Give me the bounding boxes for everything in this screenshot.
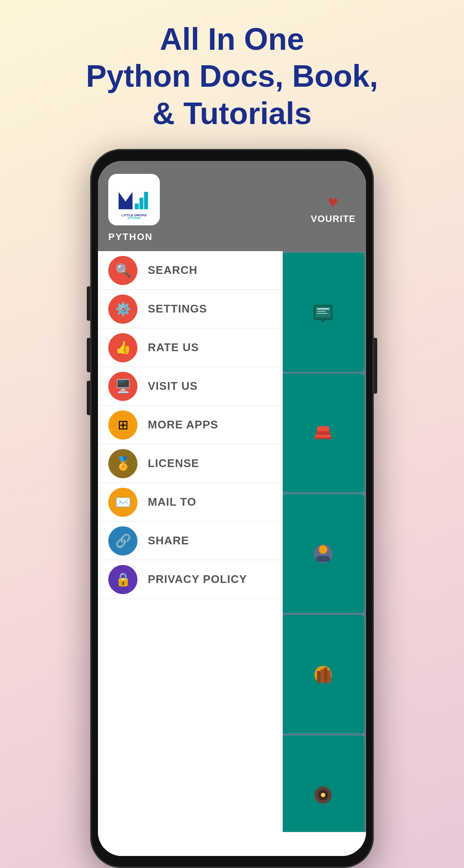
menu-item-mail[interactable]: ✉️MAIL TO <box>98 483 283 522</box>
rate-icon: 👍 <box>108 333 137 362</box>
svg-rect-4 <box>144 192 148 209</box>
menu-item-license[interactable]: 🏅LICENSE <box>98 444 283 483</box>
page-header: All In One Python Docs, Book, & Tutorial… <box>0 0 464 145</box>
share-icon: 🔗 <box>108 526 137 555</box>
content-card-3 <box>282 494 364 613</box>
svg-rect-3 <box>140 198 143 209</box>
content-card-1 <box>282 253 364 372</box>
app-logo: LITTLE DROPS PYTHON <box>108 174 160 225</box>
menu-item-visit[interactable]: 🖥️VISIT US <box>98 367 283 406</box>
menu-item-rate[interactable]: 👍RATE US <box>98 328 283 367</box>
right-content <box>280 251 366 856</box>
content-card-2 <box>282 373 364 492</box>
menu-item-more[interactable]: ⊞MORE APPS <box>98 406 283 444</box>
svg-rect-10 <box>317 311 326 312</box>
svg-rect-15 <box>317 426 329 431</box>
settings-icon: ⚙️ <box>108 294 137 324</box>
svg-rect-9 <box>317 308 329 310</box>
phone-mockup: LITTLE DROPS PYTHON PYTHON ♥ VOURITE <box>90 149 374 868</box>
svg-rect-22 <box>324 668 327 683</box>
share-label: SHARE <box>148 534 189 547</box>
phone-screen: LITTLE DROPS PYTHON PYTHON ♥ VOURITE <box>98 161 366 856</box>
license-icon: 🏅 <box>108 449 137 478</box>
search-icon: 🔍 <box>108 256 137 285</box>
more-label: MORE APPS <box>148 418 218 431</box>
favourite-area: ♥ VOURITE <box>311 192 356 225</box>
menu-item-search[interactable]: 🔍SEARCH <box>98 251 283 290</box>
app-background: LITTLE DROPS PYTHON PYTHON ♥ VOURITE <box>98 161 366 856</box>
mail-label: MAIL TO <box>148 495 196 509</box>
drawer-menu: 🔍SEARCH⚙️SETTINGS👍RATE US🖥️VISIT US⊞MORE… <box>98 251 283 856</box>
app-header: LITTLE DROPS PYTHON PYTHON ♥ VOURITE <box>98 161 366 251</box>
svg-rect-11 <box>317 313 327 314</box>
page-title: All In One Python Docs, Book, & Tutorial… <box>26 21 438 132</box>
svg-text:PYTHON: PYTHON <box>128 216 140 219</box>
menu-item-settings[interactable]: ⚙️SETTINGS <box>98 290 283 328</box>
svg-rect-20 <box>317 671 321 683</box>
privacy-label: PRIVACY POLICY <box>148 573 247 586</box>
license-label: LICENSE <box>148 457 199 470</box>
phone-frame: LITTLE DROPS PYTHON PYTHON ♥ VOURITE <box>90 149 374 868</box>
visit-icon: 🖥️ <box>108 372 137 401</box>
app-content: 🔍SEARCH⚙️SETTINGS👍RATE US🖥️VISIT US⊞MORE… <box>98 251 366 856</box>
rate-label: RATE US <box>148 341 199 354</box>
svg-point-17 <box>319 545 327 554</box>
svg-rect-8 <box>315 307 331 318</box>
menu-item-privacy[interactable]: 🔒PRIVACY POLICY <box>98 560 283 599</box>
content-card-4 <box>282 615 364 734</box>
logo-svg: LITTLE DROPS PYTHON <box>115 180 153 219</box>
app-logo-area: LITTLE DROPS PYTHON PYTHON <box>108 174 160 243</box>
svg-point-26 <box>321 793 325 797</box>
privacy-icon: 🔒 <box>108 565 137 594</box>
visit-label: VISIT US <box>148 379 198 393</box>
menu-item-share[interactable]: 🔗SHARE <box>98 522 283 560</box>
favourite-label: VOURITE <box>311 213 356 225</box>
svg-rect-21 <box>321 669 324 683</box>
svg-rect-23 <box>327 670 331 683</box>
mail-icon: ✉️ <box>108 488 137 517</box>
svg-rect-18 <box>316 556 330 562</box>
more-icon: ⊞ <box>108 410 137 440</box>
svg-rect-2 <box>135 203 139 209</box>
settings-label: SETTINGS <box>148 302 207 316</box>
app-name-label: PYTHON <box>108 231 153 243</box>
heart-icon: ♥ <box>328 192 339 212</box>
search-label: SEARCH <box>148 264 198 277</box>
